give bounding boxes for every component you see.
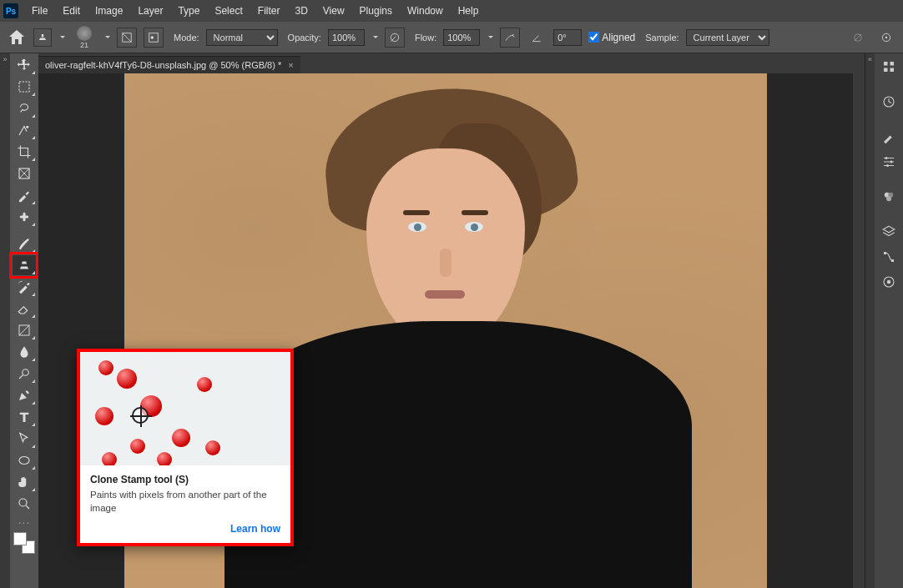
svg-point-9 (26, 126, 28, 128)
chevron-down-icon (105, 36, 110, 38)
brushes-panel-icon[interactable] (877, 125, 900, 148)
gradient-tool[interactable] (13, 320, 36, 340)
airbrush-icon[interactable] (500, 28, 520, 48)
svg-point-24 (886, 164, 889, 167)
svg-point-23 (890, 161, 893, 163)
tooltip-preview-image (80, 352, 290, 465)
menu-edit[interactable]: Edit (56, 3, 87, 18)
flow-label: Flow: (415, 33, 436, 43)
menu-image[interactable]: Image (88, 3, 129, 18)
learn-how-link[interactable]: Learn how (80, 521, 290, 543)
marquee-tool[interactable] (13, 77, 36, 97)
close-icon[interactable]: × (288, 60, 293, 70)
svg-point-1 (151, 36, 154, 39)
healing-brush-tool[interactable] (13, 207, 36, 227)
edit-toolbar-icon[interactable]: ··· (18, 519, 31, 525)
type-tool[interactable] (13, 407, 36, 427)
aligned-checkbox[interactable]: Aligned (588, 32, 635, 43)
opacity-input[interactable] (328, 29, 365, 46)
path-selection-tool[interactable] (13, 429, 36, 449)
tooltip-description: Paints with pixels from another part of … (90, 489, 280, 515)
svg-rect-28 (884, 252, 886, 254)
brush-tool[interactable] (13, 234, 36, 254)
opacity-label: Opacity: (288, 33, 321, 43)
menu-help[interactable]: Help (452, 3, 486, 18)
home-icon[interactable] (7, 28, 27, 48)
brush-settings-panel-icon[interactable] (877, 150, 900, 173)
svg-rect-8 (19, 82, 29, 92)
ignore-adjustments-icon[interactable] (848, 28, 868, 48)
pressure-size-icon[interactable] (876, 28, 896, 48)
svg-rect-17 (884, 62, 888, 66)
chevron-down-icon (60, 36, 65, 38)
color-swatches[interactable] (13, 532, 35, 554)
lasso-tool[interactable] (13, 98, 36, 118)
left-collapse-strip[interactable]: » (0, 53, 10, 588)
menu-layer[interactable]: Layer (131, 3, 169, 18)
brush-angle-icon[interactable] (527, 28, 547, 48)
eyedropper-tool[interactable] (13, 185, 36, 205)
document-tab[interactable]: oliver-ragfelt-khV4fTy6-D8-unsplash.jpg … (38, 56, 300, 73)
svg-point-31 (887, 280, 891, 284)
shape-tool[interactable] (13, 450, 36, 470)
right-collapse-strip[interactable]: « (865, 53, 875, 588)
eraser-tool[interactable] (13, 299, 36, 319)
svg-rect-20 (890, 68, 895, 73)
pressure-opacity-icon[interactable] (385, 28, 405, 48)
channels-panel-icon[interactable] (877, 270, 900, 294)
properties-panel-icon[interactable] (877, 55, 900, 78)
menu-file[interactable]: File (25, 3, 54, 18)
menu-view[interactable]: View (316, 3, 351, 18)
svg-point-16 (19, 499, 27, 506)
brush-preset-picker[interactable]: 21 (72, 26, 97, 49)
menu-select[interactable]: Select (208, 3, 249, 18)
zoom-tool[interactable] (13, 494, 36, 514)
move-tool[interactable] (13, 55, 36, 75)
menu-filter[interactable]: Filter (251, 3, 287, 18)
vertical-scrollbar[interactable] (853, 73, 865, 588)
menu-plugins[interactable]: Plugins (353, 3, 399, 18)
history-panel-icon[interactable] (877, 90, 900, 113)
flow-input[interactable] (443, 29, 480, 46)
aligned-label: Aligned (602, 32, 635, 43)
clone-source-crosshair-icon (132, 407, 149, 424)
menu-3d[interactable]: 3D (288, 3, 314, 18)
hand-tool[interactable] (13, 472, 36, 492)
svg-point-22 (885, 157, 888, 159)
clone-stamp-tool[interactable] (13, 255, 36, 275)
document-tab-bar: oliver-ragfelt-khV4fTy6-D8-unsplash.jpg … (38, 53, 865, 73)
menu-bar: Ps File Edit Image Layer Type Select Fil… (0, 0, 903, 22)
svg-rect-12 (23, 213, 26, 222)
chevron-down-icon (373, 36, 378, 38)
document-tab-title: oliver-ragfelt-khV4fTy6-D8-unsplash.jpg … (45, 60, 281, 70)
tooltip-title: Clone Stamp tool (S) (90, 474, 280, 485)
sample-label: Sample: (645, 33, 679, 43)
app-body: » ··· o (0, 53, 903, 588)
dodge-tool[interactable] (13, 364, 36, 384)
aligned-checkbox-input[interactable] (588, 32, 599, 43)
tools-panel: ··· (10, 53, 38, 588)
crop-tool[interactable] (13, 142, 36, 162)
sample-select[interactable]: Current Layer (686, 29, 769, 46)
menu-type[interactable]: Type (171, 3, 206, 18)
frame-tool[interactable] (13, 163, 36, 183)
svg-rect-19 (884, 68, 888, 73)
blur-tool[interactable] (13, 342, 36, 362)
mode-label: Mode: (174, 33, 199, 43)
brush-panel-toggle-icon[interactable] (144, 28, 164, 48)
swatches-panel-icon[interactable] (877, 185, 900, 209)
menu-window[interactable]: Window (401, 3, 450, 18)
layers-panel-icon[interactable] (877, 220, 900, 244)
history-brush-tool[interactable] (13, 277, 36, 297)
canvas-area: oliver-ragfelt-khV4fTy6-D8-unsplash.jpg … (38, 53, 865, 588)
pen-tool[interactable] (13, 385, 36, 405)
foreground-color-swatch[interactable] (13, 532, 27, 545)
photoshop-logo: Ps (3, 3, 18, 18)
blend-mode-select[interactable]: Normal (206, 29, 278, 46)
paths-panel-icon[interactable] (877, 245, 900, 269)
angle-input[interactable] (553, 29, 582, 46)
svg-point-4 (513, 36, 514, 37)
tool-preset-picker[interactable] (33, 28, 52, 47)
quick-selection-tool[interactable] (13, 120, 36, 140)
brush-settings-toggle-icon[interactable] (117, 28, 137, 48)
